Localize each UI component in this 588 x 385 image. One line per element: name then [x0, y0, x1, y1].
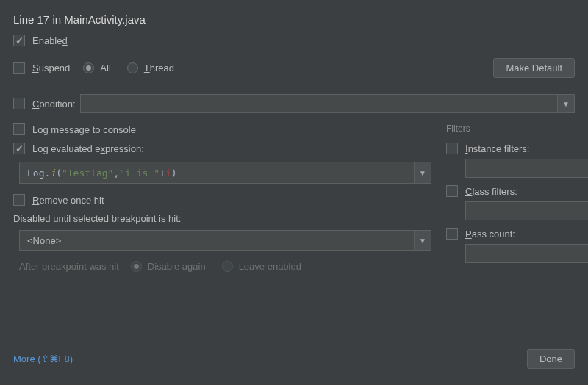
condition-label: Condition: — [32, 98, 76, 109]
class-filters-checkbox[interactable] — [446, 185, 458, 197]
instance-filters-input[interactable] — [465, 159, 588, 178]
expression-input-wrap: Log.i("TestTag", "i is " + i) ▼ — [19, 162, 431, 184]
condition-input-wrap: ▼ — [80, 94, 575, 113]
remove-once-checkbox[interactable] — [13, 194, 25, 206]
condition-row: Condition: ▼ — [13, 94, 575, 113]
enabled-checkbox[interactable] — [13, 35, 25, 46]
done-button[interactable]: Done — [527, 349, 575, 369]
leave-enabled-radio — [222, 261, 233, 272]
enabled-label: Enabled — [32, 35, 68, 46]
expr-open: ( — [56, 168, 62, 179]
class-filters-label: Class filters: — [465, 186, 517, 197]
suspend-row: Suspend All Thread Make Default — [13, 58, 575, 78]
after-hit-label: After breakpoint was hit — [19, 261, 119, 272]
expr-method: i — [50, 168, 56, 179]
class-filters-input[interactable] — [465, 201, 588, 220]
disable-again-radio — [131, 261, 142, 272]
instance-filters-group: Instance filters: ... — [446, 143, 575, 178]
disabled-until-arrow[interactable]: ▼ — [414, 230, 431, 251]
log-expression-row: Log evaluated expression: — [13, 143, 431, 154]
filters-divider — [476, 129, 575, 129]
log-message-checkbox[interactable] — [13, 123, 25, 135]
disabled-until-select[interactable]: <None> ▼ — [19, 230, 431, 251]
expr-close: ) — [171, 168, 177, 179]
leave-enabled-label: Leave enabled — [239, 261, 301, 272]
remove-once-row: Remove once hit — [13, 194, 431, 206]
enabled-row: Enabled — [13, 35, 575, 46]
pass-count-input[interactable] — [465, 244, 588, 263]
remove-once-label: Remove once hit — [32, 195, 104, 206]
disabled-until-label: Disabled until selected breakpoint is hi… — [13, 213, 431, 224]
dialog-title: Line 17 in MainActivity.java — [13, 13, 575, 26]
log-expression-label: Log evaluated expression: — [32, 143, 144, 154]
disable-again-label: Disable again — [148, 261, 206, 272]
suspend-thread-radio[interactable] — [127, 62, 138, 73]
filters-header: Filters — [446, 123, 575, 134]
expr-plus: + — [159, 168, 165, 179]
filters-title: Filters — [446, 123, 470, 134]
class-filters-group: Class filters: ... — [446, 185, 575, 220]
disabled-until-value: <None> — [19, 230, 414, 251]
condition-dropdown-arrow[interactable]: ▼ — [557, 94, 575, 113]
pass-count-checkbox[interactable] — [446, 228, 458, 240]
after-hit-row: After breakpoint was hit Disable again L… — [19, 261, 431, 272]
log-expression-checkbox[interactable] — [13, 143, 25, 154]
suspend-label: Suspend — [32, 62, 70, 73]
instance-filters-checkbox[interactable] — [446, 143, 458, 154]
make-default-button[interactable]: Make Default — [493, 58, 575, 78]
expr-sep1: , — [113, 168, 119, 179]
pass-count-label: Pass count: — [465, 229, 515, 240]
expression-input[interactable]: Log.i("TestTag", "i is " + i) — [19, 162, 414, 184]
instance-filters-label: Instance filters: — [465, 143, 529, 154]
suspend-checkbox[interactable] — [13, 62, 25, 74]
log-message-label: Log message to console — [32, 124, 136, 135]
pass-count-group: Pass count: — [446, 228, 575, 263]
more-link[interactable]: More (⇧⌘F8) — [13, 353, 73, 364]
condition-checkbox[interactable] — [13, 98, 25, 109]
suspend-all-label: All — [100, 62, 110, 73]
expr-arg2: "i is " — [119, 168, 159, 179]
condition-input[interactable] — [80, 94, 557, 113]
footer: More (⇧⌘F8) Done — [13, 349, 575, 369]
suspend-thread-label: Thread — [144, 62, 174, 73]
suspend-all-radio[interactable] — [83, 62, 94, 73]
expr-arg1: "TestTag" — [62, 168, 113, 179]
expr-var: i — [165, 168, 171, 179]
log-message-row: Log message to console — [13, 123, 431, 135]
expr-prefix: Log. — [27, 168, 50, 179]
expression-dropdown-arrow[interactable]: ▼ — [414, 162, 431, 184]
